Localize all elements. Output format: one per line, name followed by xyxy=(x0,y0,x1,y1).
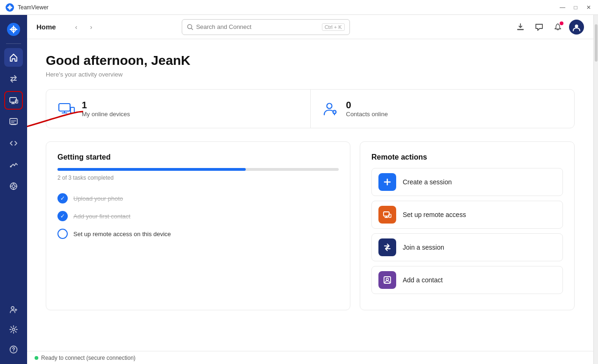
setup-remote-access-button[interactable]: Set up remote access xyxy=(371,201,563,229)
sidebar-logo xyxy=(4,20,23,39)
progress-bar-fill xyxy=(57,168,246,171)
titlebar: TeamViewer — □ ✕ xyxy=(0,0,598,15)
header-actions xyxy=(513,20,584,35)
sidebar-item-settings[interactable] xyxy=(4,320,23,339)
sidebar-item-contacts[interactable] xyxy=(4,300,23,319)
sidebar-divider-top xyxy=(6,43,21,44)
add-contact-label: Add a contact xyxy=(403,276,443,284)
svg-rect-6 xyxy=(10,119,17,124)
sidebar-item-remote-devices[interactable] xyxy=(4,91,23,110)
join-session-label: Join a session xyxy=(403,244,444,251)
svg-point-16 xyxy=(575,24,578,28)
svg-rect-22 xyxy=(384,212,389,216)
remote-actions-card: Remote actions Create a session xyxy=(360,141,575,310)
search-input[interactable] xyxy=(196,23,319,30)
svg-point-10 xyxy=(11,307,14,309)
chat-button[interactable] xyxy=(532,20,547,35)
minimize-button[interactable]: — xyxy=(559,4,566,11)
devices-count: 1 xyxy=(82,100,130,111)
svg-point-9 xyxy=(12,185,15,188)
search-shortcut: Ctrl + K xyxy=(322,23,345,31)
sidebar-item-code[interactable] xyxy=(4,134,23,153)
sidebar-item-session[interactable] xyxy=(4,112,23,131)
setup-remote-icon xyxy=(378,206,396,224)
two-col-section: Getting started 2 of 3 tasks completed ✓… xyxy=(46,141,575,310)
task-3-check xyxy=(57,229,68,239)
svg-rect-23 xyxy=(389,214,391,217)
add-contact-icon xyxy=(378,271,396,289)
download-button[interactable] xyxy=(513,20,528,35)
sidebar-item-audit[interactable] xyxy=(4,177,23,196)
progress-bar-bg xyxy=(57,168,339,171)
sidebar-item-transfer[interactable] xyxy=(4,70,23,88)
setup-remote-label: Set up remote access xyxy=(403,211,466,218)
app-container: Home ‹ › Ctrl + K xyxy=(0,15,598,364)
remote-actions-title: Remote actions xyxy=(371,153,563,161)
devices-label: My online devices xyxy=(82,111,130,118)
user-avatar[interactable] xyxy=(569,20,584,35)
svg-point-20 xyxy=(327,104,332,109)
statusbar: Ready to connect (secure connection) xyxy=(27,351,593,364)
search-bar[interactable]: Ctrl + K xyxy=(182,19,350,35)
getting-started-card: Getting started 2 of 3 tasks completed ✓… xyxy=(46,141,350,310)
create-session-label: Create a session xyxy=(403,178,452,186)
devices-icon xyxy=(57,100,75,118)
svg-point-13 xyxy=(13,351,14,352)
task-2-check: ✓ xyxy=(57,211,68,221)
search-icon xyxy=(187,24,193,30)
app-title: TeamViewer xyxy=(18,4,559,11)
sidebar-item-home[interactable] xyxy=(4,48,23,67)
svg-point-25 xyxy=(386,278,389,280)
sidebar xyxy=(0,15,27,364)
svg-point-7 xyxy=(10,166,12,168)
stats-row: 1 My online devices 0 xyxy=(46,89,575,128)
status-dot xyxy=(35,356,38,360)
task-item-2: ✓ Add your first contact xyxy=(57,207,339,225)
svg-rect-19 xyxy=(71,107,74,113)
maximize-button[interactable]: □ xyxy=(572,4,579,11)
create-session-button[interactable]: Create a session xyxy=(371,168,563,196)
task-item-3[interactable]: Set up remote access on this device xyxy=(57,225,339,243)
svg-point-11 xyxy=(13,329,15,331)
greeting-text: Good afternoon, JeanK xyxy=(46,53,575,68)
header: Home ‹ › Ctrl + K xyxy=(27,15,593,39)
join-session-button[interactable]: Join a session xyxy=(371,233,563,261)
create-session-icon xyxy=(378,173,396,191)
getting-started-title: Getting started xyxy=(57,153,339,161)
window-controls: — □ ✕ xyxy=(559,4,592,11)
join-session-icon xyxy=(378,238,396,256)
sidebar-item-whiteboard[interactable] xyxy=(4,155,23,174)
contacts-icon xyxy=(322,100,340,118)
contacts-count: 0 xyxy=(346,100,388,111)
task-1-label: Upload your photo xyxy=(73,195,123,202)
online-devices-stat: 1 My online devices xyxy=(46,90,310,128)
notifications-button[interactable] xyxy=(550,20,565,35)
task-3-label: Set up remote access on this device xyxy=(73,231,171,238)
progress-label: 2 of 3 tasks completed xyxy=(57,175,339,181)
contacts-label: Contacts online xyxy=(346,111,388,118)
app-logo xyxy=(6,3,14,12)
task-1-check: ✓ xyxy=(57,193,68,203)
scrollbar-track[interactable] xyxy=(593,15,598,364)
page-title: Home xyxy=(36,23,64,31)
sidebar-item-help[interactable] xyxy=(4,340,23,359)
add-contact-button[interactable]: Add a contact xyxy=(371,266,563,294)
forward-button[interactable]: › xyxy=(85,21,97,33)
status-text: Ready to connect (secure connection) xyxy=(41,355,135,361)
sidebar-bottom xyxy=(4,299,23,360)
close-button[interactable]: ✕ xyxy=(585,4,592,11)
main-content: Good afternoon, JeanK Here's your activi… xyxy=(27,39,593,351)
scrollbar-thumb[interactable] xyxy=(595,24,598,62)
svg-rect-15 xyxy=(517,29,524,30)
task-2-label: Add your first contact xyxy=(73,213,130,220)
svg-rect-18 xyxy=(59,104,70,111)
task-item-1: ✓ Upload your photo xyxy=(57,189,339,207)
back-button[interactable]: ‹ xyxy=(70,21,82,33)
nav-buttons: ‹ › xyxy=(70,21,97,33)
contacts-online-stat: 0 Contacts online xyxy=(310,90,575,128)
notification-indicator xyxy=(560,21,563,25)
main-area: Home ‹ › Ctrl + K xyxy=(27,15,593,364)
activity-subtitle: Here's your activity overview xyxy=(46,71,575,78)
